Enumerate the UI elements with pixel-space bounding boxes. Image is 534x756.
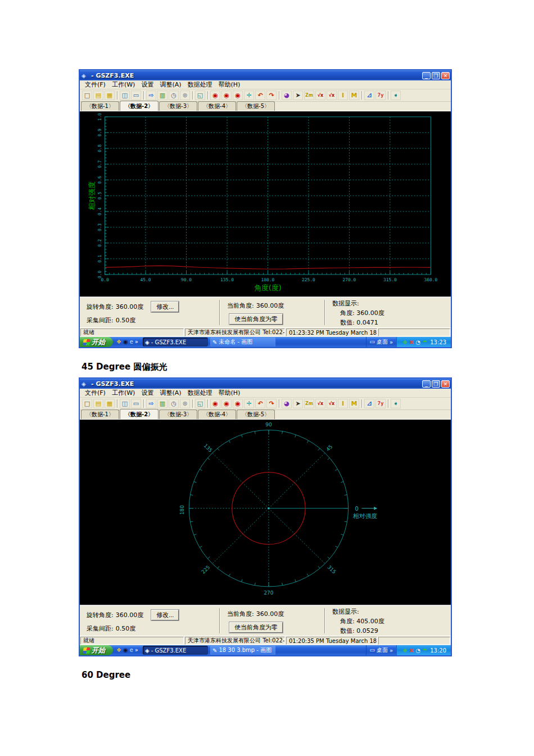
tab-data-4[interactable]: 〈数据-4〉 xyxy=(198,410,236,419)
quick-launch-app-icon[interactable]: ❖ xyxy=(116,339,121,345)
close-button[interactable]: ✕ xyxy=(441,72,450,79)
tray-icon-red[interactable]: ✖ xyxy=(409,647,414,654)
color-wheel-icon[interactable]: ◕ xyxy=(282,91,292,100)
taskbar-button[interactable]: ◈- GSZF3.EXE xyxy=(143,338,208,346)
tab-data-5[interactable]: 〈数据-5〉 xyxy=(237,101,275,111)
print-preview-icon[interactable]: ◫ xyxy=(120,399,130,408)
forward-arrow-icon[interactable]: ⇨ xyxy=(146,91,156,100)
desktop-toolbar[interactable]: ▭ 桌面 » xyxy=(366,337,397,347)
exit-door-icon[interactable]: ➧ xyxy=(391,91,401,100)
tab-data-4[interactable]: 〈数据-4〉 xyxy=(198,101,236,111)
quick-launch-media-player-icon[interactable]: ◉ xyxy=(123,339,128,345)
open-folder-icon[interactable]: ▤ xyxy=(93,399,103,408)
marker-m-icon[interactable]: M xyxy=(349,399,359,408)
gauge-red-1-icon[interactable]: ◉ xyxy=(210,399,220,408)
pointer-icon[interactable]: ➤ xyxy=(293,399,303,408)
gauge-red-2-icon[interactable]: ◉ xyxy=(221,91,232,100)
tray-icon-green[interactable]: ❖ xyxy=(402,339,408,345)
print-icon[interactable]: ▭ xyxy=(131,91,141,100)
new-document-icon[interactable]: □ xyxy=(82,91,92,100)
yy-axis-icon[interactable]: 7y xyxy=(375,91,386,100)
sqrt-x-red-icon[interactable]: √x xyxy=(315,399,325,408)
gauge-red-3-icon[interactable]: ◉ xyxy=(233,91,243,100)
tray-icon-umbrella[interactable]: ☂ xyxy=(422,339,427,345)
pan-hand-icon[interactable]: ✛ xyxy=(244,91,254,100)
pointer-icon[interactable]: ➤ xyxy=(293,91,303,100)
save-icon[interactable]: ▦ xyxy=(105,91,115,100)
stop-disabled-icon[interactable]: ⊗ xyxy=(180,399,190,408)
yy-axis-icon[interactable]: 7y xyxy=(375,399,386,408)
modify-button[interactable]: 修改... xyxy=(151,302,179,312)
exit-door-icon[interactable]: ➧ xyxy=(391,399,401,408)
tray-icon-umbrella[interactable]: ☂ xyxy=(422,647,427,654)
sqrt-x-red-2-icon[interactable]: √x xyxy=(327,399,337,408)
redo-icon[interactable]: ↷ xyxy=(266,91,277,100)
minimize-button[interactable]: _ xyxy=(422,72,431,79)
quick-launch-media-player-icon[interactable]: ◉ xyxy=(123,647,128,653)
save-icon[interactable]: ▦ xyxy=(105,399,115,408)
tray-icon-green[interactable]: ❖ xyxy=(402,647,408,654)
restore-button[interactable]: ❐ xyxy=(432,380,440,388)
tray-icon-grey[interactable]: ◔ xyxy=(415,647,420,654)
print-preview-icon[interactable]: ◫ xyxy=(120,91,130,100)
close-button[interactable]: ✕ xyxy=(441,380,450,388)
tab-data-2[interactable]: 〈数据-2〉 xyxy=(120,101,159,111)
stop-disabled-icon[interactable]: ⊗ xyxy=(180,91,190,100)
forward-arrow-icon[interactable]: ⇨ xyxy=(146,399,156,408)
menu-item[interactable]: 数据处理 xyxy=(185,389,215,397)
marker-m-icon[interactable]: M xyxy=(349,91,359,100)
undo-icon[interactable]: ↶ xyxy=(255,91,265,100)
tab-data-1[interactable]: 〈数据-1〉 xyxy=(81,101,119,111)
menu-item[interactable]: 调整(A) xyxy=(157,80,184,89)
quick-launch-internet-explorer-icon[interactable]: e xyxy=(130,647,133,653)
zoom-mode-icon[interactable]: Zm xyxy=(304,91,314,100)
zoom-mode-icon[interactable]: Zm xyxy=(304,399,314,408)
timer-clock-icon[interactable]: ◷ xyxy=(169,399,179,408)
title-bar[interactable]: ◈ - GSZF3.EXE _ ❐ ✕ xyxy=(80,70,451,80)
menu-item[interactable]: 设置 xyxy=(138,80,156,89)
gauge-red-2-icon[interactable]: ◉ xyxy=(221,399,232,408)
menu-item[interactable]: 工作(W) xyxy=(109,80,138,89)
menu-item[interactable]: 帮助(H) xyxy=(216,80,243,89)
report-page-icon[interactable]: ▥ xyxy=(157,91,168,100)
restore-button[interactable]: ❐ xyxy=(432,72,440,79)
zero-angle-button[interactable]: 使当前角度为零 xyxy=(229,314,283,325)
tab-data-3[interactable]: 〈数据-3〉 xyxy=(159,410,197,419)
menu-item[interactable]: 调整(A) xyxy=(157,389,184,397)
desktop-toolbar[interactable]: ▭ 桌面 » xyxy=(366,645,397,655)
start-button[interactable]: 开始 xyxy=(80,645,113,655)
taskbar-button[interactable]: ◈- GSZF3.EXE xyxy=(143,646,208,655)
undo-icon[interactable]: ↶ xyxy=(255,399,265,408)
tab-data-2[interactable]: 〈数据-2〉 xyxy=(120,409,159,419)
timer-clock-icon[interactable]: ◷ xyxy=(169,91,179,100)
menu-item[interactable]: 工作(W) xyxy=(109,389,138,397)
italic-i-icon[interactable]: I xyxy=(338,399,348,408)
zero-angle-button[interactable]: 使当前角度为零 xyxy=(229,622,283,633)
tab-data-5[interactable]: 〈数据-5〉 xyxy=(237,410,275,419)
sqrt-x-red-icon[interactable]: √x xyxy=(315,91,325,100)
menu-item[interactable]: 文件(F) xyxy=(82,80,108,89)
open-folder-icon[interactable]: ▤ xyxy=(93,91,103,100)
menu-item[interactable]: 文件(F) xyxy=(82,389,108,397)
tab-data-1[interactable]: 〈数据-1〉 xyxy=(81,410,119,419)
print-icon[interactable]: ▭ xyxy=(131,399,141,408)
gauge-red-3-icon[interactable]: ◉ xyxy=(233,399,243,408)
sqrt-x-red-2-icon[interactable]: √x xyxy=(327,91,337,100)
quick-launch-overflow-chevron-icon[interactable]: » xyxy=(135,339,138,345)
pan-hand-icon[interactable]: ✛ xyxy=(244,399,254,408)
new-document-icon[interactable]: □ xyxy=(82,399,92,408)
gauge-red-1-icon[interactable]: ◉ xyxy=(210,91,220,100)
screen-capture-icon[interactable]: ◱ xyxy=(195,91,205,100)
chart-switch-icon[interactable]: ⊿ xyxy=(364,91,374,100)
minimize-button[interactable]: _ xyxy=(422,380,431,388)
title-bar[interactable]: ◈ - GSZF3.EXE _ ❐ ✕ xyxy=(80,379,451,389)
menu-item[interactable]: 数据处理 xyxy=(185,80,215,89)
taskbar-button[interactable]: ✎18 30 3.bmp - 画图 xyxy=(210,646,275,655)
quick-launch-overflow-chevron-icon[interactable]: » xyxy=(135,647,138,653)
quick-launch-internet-explorer-icon[interactable]: e xyxy=(130,339,133,345)
chart-switch-icon[interactable]: ⊿ xyxy=(364,399,374,408)
tray-icon-red[interactable]: ✖ xyxy=(409,339,414,345)
tab-data-3[interactable]: 〈数据-3〉 xyxy=(159,101,197,111)
color-wheel-icon[interactable]: ◕ xyxy=(282,399,292,408)
start-button[interactable]: 开始 xyxy=(80,337,113,347)
